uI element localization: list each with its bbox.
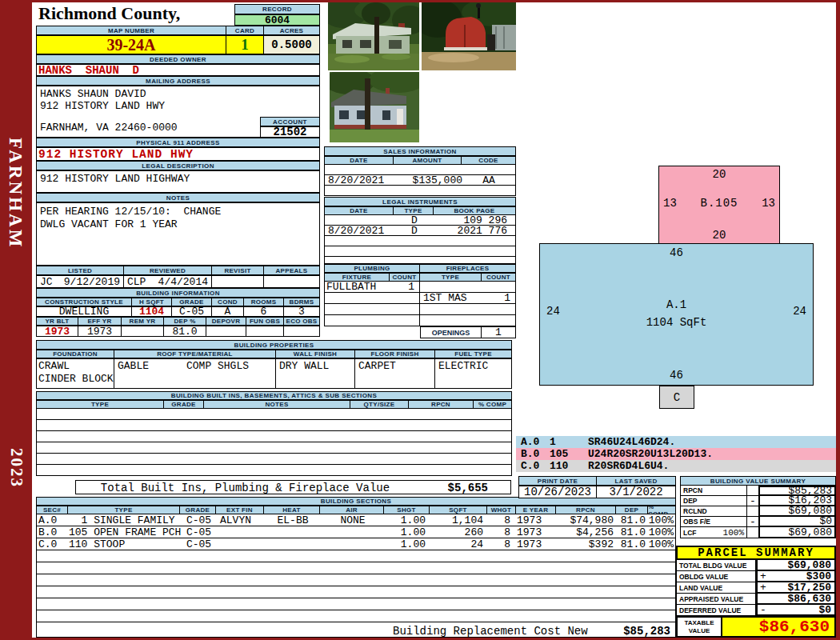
parcel-label: TOTAL BLDG VALUE (676, 560, 756, 571)
depovr-value (206, 326, 246, 337)
bs-c-dep: 81.0 (617, 538, 649, 550)
parcel-label: OBLDG VALUE (676, 571, 756, 582)
bs-a-heat: EL-BB (265, 514, 321, 526)
li-bookpage: 109 296 (434, 215, 515, 225)
built-ins-empty-row (36, 431, 512, 442)
card-value: 1 (241, 36, 249, 54)
reviewed-label: REVIEWED (124, 266, 212, 275)
legal-description-value: 912 HISTORY LAND HIGHWAY (40, 173, 190, 185)
fireplace-type: 1ST MAS (420, 293, 486, 303)
legend-vector: SR46U24L46D24. (588, 436, 675, 448)
sales-rows: 8/20/2021 $135,000 AA (324, 165, 516, 196)
effyr-value: 1973 (78, 326, 122, 337)
legal-instrument-filler-row (324, 257, 516, 264)
last-saved-label: LAST SAVED (597, 476, 676, 486)
roof-header: ROOF TYPE/MATERIAL (114, 350, 276, 358)
li-date (325, 215, 394, 225)
sketch-a-bottom-dim: 46 (540, 369, 813, 382)
sketch-b-bottom-dim: 20 (659, 229, 779, 242)
parcel-row-deferred: DEFERRED VALUE - $0 (676, 605, 836, 616)
map-number-value: 39-24A (106, 36, 155, 54)
property-photo-side[interactable] (330, 72, 419, 142)
reviewed-by: CLP (127, 276, 146, 288)
reviewed-date: 4/4/2014 (158, 276, 208, 288)
replacement-cost-value: $85,283 (623, 624, 670, 638)
bvs-sign: - (747, 517, 758, 527)
bvs-row-rclnd: RCLND $69,080 (680, 506, 836, 517)
bvs-label: OBS F/E (683, 518, 710, 526)
property-photo-front[interactable] (328, 2, 419, 70)
built-ins-label: BUILDING BUILT INS, BASEMENTS, ATTICS & … (36, 391, 512, 400)
acres-label: ACRES (264, 26, 320, 35)
notes-line-1: PER HEARING 12/15/10: CHANGE (40, 206, 221, 218)
bs-a-extfin: ALVYN (217, 514, 265, 526)
plumbing-count-header: COUNT (390, 273, 420, 282)
print-date-value: 10/26/2023 (518, 486, 597, 498)
bs-heat-header: HEAT (264, 506, 320, 514)
fixture-header: FIXTURE (324, 273, 390, 282)
parcel-sign: + (758, 582, 769, 594)
li-bookpage-header: BOOK PAGE (434, 206, 516, 215)
yrblt-header: YR BLT (36, 317, 78, 326)
building-information-label: BUILDING INFORMATION (36, 288, 320, 298)
dep-pct-header: DEP % (164, 317, 206, 326)
sketch-a-right-dim: 24 (793, 305, 806, 318)
acres-value: 0.5000 (264, 35, 320, 54)
building-section-row-c: C.0 110 STOOP C-05 1.00 24 8 1973 $392 8… (36, 538, 676, 550)
rooms-value: 6 (244, 306, 284, 317)
bdrms-value: 3 (284, 306, 320, 317)
sketch-a-id: A.1 (540, 298, 813, 311)
account-value: 21502 (260, 126, 320, 138)
legend-vector: R20SR6D4L6U4. (588, 460, 669, 472)
card-label: CARD (226, 26, 264, 35)
bs-comp-header: % COMP (648, 506, 676, 514)
notes-line-2: DWLG VACANT FOR 1 YEAR (40, 218, 178, 230)
built-ins-empty-row (36, 454, 512, 465)
yrblt-value: 1973 (36, 326, 78, 337)
print-info-headers: PRINT DATE LAST SAVED (518, 476, 676, 486)
legal-instruments-headers: DATE TYPE BOOK PAGE (324, 206, 516, 215)
parcel-value: $17,250 (769, 582, 834, 594)
dep-pct-value: 81.0 (164, 326, 206, 337)
li-type-header: TYPE (394, 206, 434, 215)
bs-shgt-header: SHGT (384, 506, 430, 514)
built-ins-headers: TYPE GRADE NOTES QTY/SIZE RPCN % COMP (36, 400, 512, 409)
property-photo-shed[interactable] (422, 2, 516, 70)
sales-row (324, 186, 516, 196)
parcel-value: $86,630 (769, 593, 834, 605)
bs-grade-header: GRADE (180, 506, 216, 514)
foundation-value-1: CRAWL (38, 360, 70, 372)
sales-date (325, 165, 394, 174)
grade-header: GRADE (172, 298, 212, 306)
foundation-header: FOUNDATION (36, 350, 114, 358)
li-type (394, 236, 434, 246)
building-section-empty-row (36, 574, 676, 586)
bvs-label: LCF (683, 529, 697, 537)
legal-instruments-rows: D 109 296 8/20/2021 D 2021 776 (324, 215, 516, 264)
parcel-label: LAND VALUE (676, 582, 756, 594)
built-ins-comp-header: % COMP (474, 400, 512, 409)
building-section-empty-row (36, 550, 676, 562)
physical-address-label: PHYSICAL 911 ADDRESS (36, 138, 320, 147)
taxable-value-row: TAXABLE VALUE $86,630 (676, 616, 836, 638)
bs-c-whgt: 8 (488, 538, 517, 550)
sales-amount: $135,000 (394, 175, 462, 185)
bs-b-heat (265, 526, 321, 538)
ecoobs-header: ECO OBS (284, 317, 320, 326)
bs-b-comp: 100% (649, 526, 675, 538)
bs-c-extfin (217, 538, 265, 550)
built-ins-empty-row (36, 409, 512, 420)
ecoobs-value (284, 326, 320, 337)
legend-num: 110 (550, 460, 588, 472)
mailing-address-label: MAILING ADDRESS (36, 76, 320, 86)
roof-material-value: COMP SHGLS (186, 360, 249, 372)
bs-b-extfin (217, 526, 265, 538)
bdrms-header: BDRMS (284, 298, 320, 306)
total-built-ins-value: $5,655 (448, 482, 488, 494)
total-built-ins-label: Total Built Ins, Plumbing & Fireplace Va… (76, 482, 414, 494)
visit-headers: LISTED REVIEWED REVISIT APPEALS (36, 266, 320, 275)
built-ins-empty-rows (36, 409, 512, 476)
listed-date: 9/12/2019 (64, 276, 120, 288)
parcel-summary-rows: TOTAL BLDG VALUE $69,080 OBLDG VALUE + $… (676, 560, 836, 616)
plumbing-label: PLUMBING (324, 264, 420, 273)
